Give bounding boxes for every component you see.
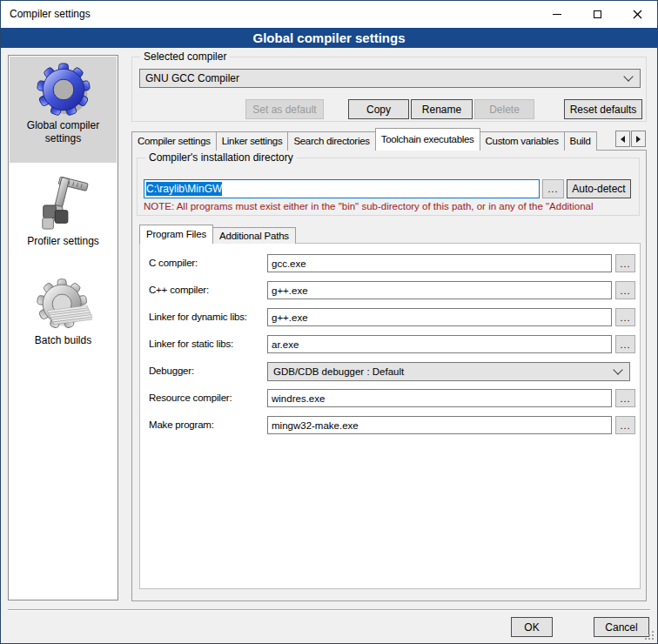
- sidebar-item-profiler-settings[interactable]: Profiler settings: [10, 169, 117, 266]
- sidebar-item-batch-builds[interactable]: Batch builds: [10, 272, 117, 369]
- set-as-default-button: Set as default: [245, 99, 324, 119]
- compiler-settings-dialog: { "window": { "title": "Compiler setting…: [0, 0, 658, 644]
- static-linker-input[interactable]: [267, 335, 612, 353]
- tab-bar: Compiler settings Linker settings Search…: [131, 128, 647, 151]
- close-icon: [633, 10, 642, 19]
- reset-defaults-button[interactable]: Reset defaults: [564, 99, 642, 119]
- chevron-down-icon: [623, 71, 633, 81]
- close-button[interactable]: [617, 1, 657, 28]
- debugger-select-value: GDB/CDB debugger : Default: [273, 366, 404, 377]
- window-title: Compiler settings: [10, 8, 91, 20]
- debugger-select[interactable]: GDB/CDB debugger : Default: [267, 362, 630, 381]
- install-dir-browse-button[interactable]: ...: [542, 179, 564, 198]
- subtab-bar: Program Files Additional Paths: [139, 225, 295, 244]
- dialog-header: Global compiler settings: [1, 28, 657, 48]
- field-label: C++ compiler:: [149, 285, 209, 295]
- tab-build[interactable]: Build: [564, 131, 597, 151]
- ok-button[interactable]: OK: [511, 617, 553, 637]
- field-label: C compiler:: [149, 258, 198, 268]
- resource-compiler-input[interactable]: [267, 389, 612, 407]
- field-row-resource-compiler: Resource compiler: ...: [140, 389, 640, 408]
- minimize-button[interactable]: [537, 1, 577, 28]
- tab-compiler-settings[interactable]: Compiler settings: [131, 131, 217, 151]
- browse-button[interactable]: ...: [615, 335, 635, 353]
- subtab-additional-paths[interactable]: Additional Paths: [212, 227, 296, 244]
- field-label: Make program:: [149, 419, 214, 430]
- tab-scroller: [614, 131, 646, 147]
- browse-button[interactable]: ...: [615, 308, 635, 326]
- tab-toolchain-executables[interactable]: Toolchain executables: [375, 128, 480, 151]
- tab-custom-variables[interactable]: Custom variables: [480, 131, 565, 151]
- tab-scroll-left-button[interactable]: [615, 131, 630, 147]
- tab-linker-settings[interactable]: Linker settings: [216, 131, 289, 151]
- browse-button[interactable]: ...: [615, 254, 635, 272]
- compiler-select-value: GNU GCC Compiler: [145, 72, 239, 84]
- blue-gear-icon: [37, 63, 91, 117]
- title-bar: Compiler settings: [1, 1, 657, 28]
- maximize-icon: [594, 10, 601, 18]
- field-row-cpp-compiler: C++ compiler: ...: [140, 281, 640, 300]
- tab-search-directories[interactable]: Search directories: [287, 131, 375, 151]
- dynamic-linker-input[interactable]: [267, 308, 612, 326]
- caliper-icon: [37, 175, 91, 232]
- sidebar-item-label: Batch builds: [10, 334, 117, 347]
- sidebar-item-label: Profiler settings: [10, 235, 117, 248]
- gray-gear-stack-icon: [35, 278, 92, 332]
- selected-compiler-group-label: Selected compiler: [140, 50, 230, 63]
- c-compiler-input[interactable]: [267, 254, 612, 272]
- make-program-input[interactable]: [267, 416, 612, 434]
- subtab-program-files[interactable]: Program Files: [139, 225, 213, 244]
- install-dir-selected-text: C:\raylib\MinGW: [146, 182, 222, 196]
- cancel-button[interactable]: Cancel: [594, 617, 649, 637]
- tab-scroll-right-button[interactable]: [631, 131, 646, 147]
- sidebar-item-label: Global compiler settings: [24, 119, 104, 145]
- install-dir-input[interactable]: C:\raylib\MinGW: [144, 179, 540, 198]
- program-files-page: C compiler: ... C++ compiler: ... Linker…: [139, 243, 641, 589]
- browse-button[interactable]: ...: [615, 281, 635, 299]
- browse-button[interactable]: ...: [615, 389, 635, 407]
- chevron-down-icon: [613, 365, 622, 374]
- field-row-static-linker: Linker for static libs: ...: [140, 335, 640, 354]
- browse-button[interactable]: ...: [615, 416, 635, 434]
- arrow-right-icon: [636, 136, 641, 143]
- compiler-select[interactable]: GNU GCC Compiler: [139, 69, 641, 88]
- settings-category-list: Global compiler settings Profiler settin…: [8, 55, 118, 600]
- cpp-compiler-input[interactable]: [267, 281, 612, 299]
- field-label: Linker for dynamic libs:: [149, 312, 247, 322]
- field-label: Debugger:: [149, 366, 194, 376]
- delete-button: Delete: [474, 99, 534, 119]
- installation-directory-group-label: Compiler's installation directory: [145, 151, 297, 164]
- rename-button[interactable]: Rename: [411, 99, 473, 119]
- field-row-c-compiler: C compiler: ...: [140, 254, 640, 273]
- toolchain-executables-page: Compiler's installation directory C:\ray…: [131, 150, 647, 601]
- footer-divider: [8, 609, 650, 611]
- field-row-dynamic-linker: Linker for dynamic libs: ...: [140, 308, 640, 327]
- field-label: Linker for static libs:: [149, 339, 233, 349]
- maximize-button[interactable]: [577, 1, 617, 28]
- minimize-icon: [553, 14, 561, 15]
- field-label: Resource compiler:: [149, 392, 232, 403]
- sidebar-item-global-compiler-settings[interactable]: Global compiler settings: [10, 57, 117, 163]
- install-dir-note: NOTE: All programs must exist either in …: [144, 201, 636, 211]
- resize-grip[interactable]: [644, 630, 655, 641]
- field-row-make-program: Make program: ...: [140, 416, 640, 435]
- field-row-debugger: Debugger: GDB/CDB debugger : Default: [140, 362, 640, 381]
- copy-button[interactable]: Copy: [348, 99, 409, 119]
- arrow-left-icon: [621, 136, 625, 143]
- selected-compiler-group: Selected compiler GNU GCC Compiler Set a…: [131, 57, 647, 122]
- auto-detect-button[interactable]: Auto-detect: [567, 179, 631, 198]
- installation-directory-group: Compiler's installation directory C:\ray…: [137, 158, 640, 216]
